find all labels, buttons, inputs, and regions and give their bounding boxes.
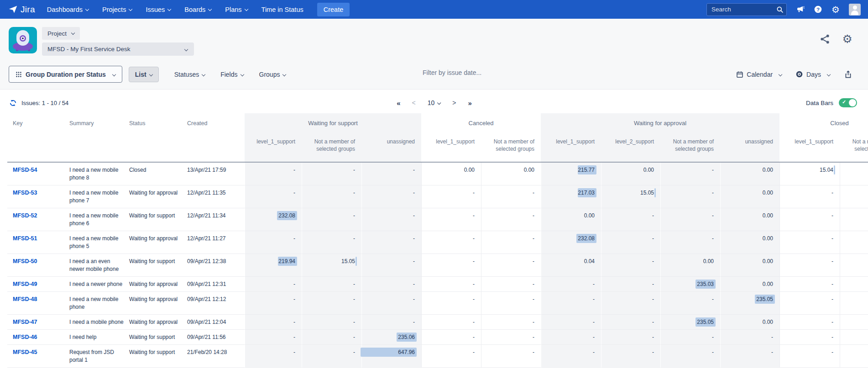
cell-duration: - bbox=[660, 292, 720, 315]
nav-item-issues[interactable]: Issues bbox=[146, 6, 171, 13]
jira-logo[interactable]: Jira bbox=[8, 5, 35, 15]
duration-value: - bbox=[293, 281, 295, 287]
nav-item-dashboards[interactable]: Dashboards bbox=[47, 6, 89, 13]
cell-duration: - bbox=[361, 292, 421, 315]
cell-duration: - bbox=[601, 345, 660, 368]
announcements-icon[interactable] bbox=[796, 5, 805, 14]
cell-duration: - bbox=[421, 315, 481, 330]
subcolumn-header-level-1-support[interactable]: level_1_support bbox=[541, 133, 601, 163]
duration-value: 0.00 bbox=[763, 235, 773, 242]
issue-key-link[interactable]: MFSD-53 bbox=[13, 190, 37, 196]
issue-date-filter-input[interactable] bbox=[423, 69, 537, 76]
duration-value: - bbox=[353, 334, 355, 340]
cell-summary: I need a mobile phone bbox=[64, 315, 124, 330]
subcolumn-header-unassigned[interactable]: unassigned bbox=[361, 133, 421, 163]
data-bar bbox=[356, 257, 357, 266]
duration-value: 0.00 bbox=[464, 167, 475, 173]
duration-value: - bbox=[293, 190, 295, 196]
groups-button[interactable]: Groups bbox=[259, 71, 286, 78]
cell-duration: - bbox=[481, 292, 541, 315]
page-prev-button[interactable]: < bbox=[412, 99, 416, 106]
cell-duration bbox=[840, 208, 868, 231]
column-header-summary[interactable]: Summary bbox=[64, 113, 124, 163]
duration-value: - bbox=[831, 212, 833, 219]
cell-duration: - bbox=[779, 315, 840, 330]
data-bar bbox=[654, 188, 656, 197]
cell-duration: - bbox=[245, 345, 302, 368]
report-settings-icon[interactable]: ⚙ bbox=[842, 33, 852, 45]
subcolumn-header-not-a-member-of-selected-groups[interactable]: Not a member of selected groups bbox=[481, 133, 541, 163]
nav-item-boards[interactable]: Boards bbox=[184, 6, 211, 13]
help-icon[interactable]: ? bbox=[814, 5, 822, 14]
subcolumn-header-level-1-support[interactable]: level_1_support bbox=[779, 133, 840, 163]
project-select[interactable]: MFSD - My First Service Desk bbox=[42, 42, 194, 56]
search-input[interactable] bbox=[706, 3, 787, 16]
duration-value: - bbox=[473, 296, 475, 302]
issue-key-link[interactable]: MFSD-52 bbox=[13, 212, 37, 219]
subcolumn-header-not-a-member-of-selected-groups[interactable]: Not a member of selected groups bbox=[840, 133, 868, 163]
cell-key: MFSD-49 bbox=[7, 277, 64, 292]
page-next-button[interactable]: > bbox=[452, 99, 456, 106]
duration-value: 219.94 bbox=[278, 258, 295, 264]
settings-icon[interactable]: ⚙ bbox=[831, 5, 840, 14]
create-button[interactable]: Create bbox=[317, 3, 350, 16]
duration-value: - bbox=[473, 235, 475, 242]
cell-duration: - bbox=[302, 163, 361, 185]
cell-duration: 0.00 bbox=[541, 208, 601, 231]
calendar-button[interactable]: Calendar bbox=[736, 71, 782, 78]
nav-item-projects[interactable]: Projects bbox=[102, 6, 132, 13]
subcolumn-header-level-1-support[interactable]: level_1_support bbox=[421, 133, 481, 163]
subcolumn-header-level-2-support[interactable]: level_2_support bbox=[601, 133, 660, 163]
subcolumn-header-level-1-support[interactable]: level_1_support bbox=[245, 133, 302, 163]
nav-item-plans[interactable]: Plans bbox=[225, 6, 247, 13]
issue-key-link[interactable]: MFSD-49 bbox=[13, 281, 37, 287]
cell-key: MFSD-52 bbox=[7, 208, 64, 231]
issue-key-link[interactable]: MFSD-54 bbox=[13, 167, 37, 173]
page-size-select[interactable]: 10 bbox=[428, 99, 441, 106]
statuses-button[interactable]: Statuses bbox=[174, 71, 205, 78]
subcolumn-header-not-a-member-of-selected-groups[interactable]: Not a member of selected groups bbox=[660, 133, 720, 163]
list-view-button[interactable]: List bbox=[129, 67, 159, 82]
chevron-down-icon bbox=[437, 101, 441, 105]
cell-status: Closed bbox=[124, 163, 182, 185]
page-last-button[interactable]: » bbox=[468, 99, 471, 107]
cell-duration: - bbox=[481, 315, 541, 330]
time-unit-button[interactable]: Days bbox=[795, 70, 830, 78]
issue-key-link[interactable]: MFSD-47 bbox=[13, 319, 37, 325]
duration-value: - bbox=[353, 190, 355, 196]
issue-key-link[interactable]: MFSD-50 bbox=[13, 258, 37, 264]
export-icon[interactable] bbox=[844, 70, 852, 79]
cell-duration: - bbox=[779, 345, 840, 368]
subcolumn-header-unassigned[interactable]: unassigned bbox=[720, 133, 779, 163]
chevron-down-icon bbox=[244, 7, 248, 11]
duration-value: 0.00 bbox=[763, 258, 773, 264]
cell-duration: - bbox=[779, 208, 840, 231]
fields-button[interactable]: Fields bbox=[220, 71, 243, 78]
subcolumn-header-not-a-member-of-selected-groups[interactable]: Not a member of selected groups bbox=[302, 133, 361, 163]
refresh-icon[interactable] bbox=[9, 99, 17, 107]
cell-duration: 235.05 bbox=[720, 292, 779, 315]
duration-value: - bbox=[533, 190, 534, 196]
issue-key-link[interactable]: MFSD-51 bbox=[13, 235, 37, 242]
user-avatar[interactable] bbox=[849, 4, 861, 16]
cell-duration bbox=[840, 185, 868, 208]
search-icon[interactable] bbox=[776, 6, 784, 13]
issue-key-link[interactable]: MFSD-45 bbox=[13, 349, 37, 355]
data-bars-toggle[interactable] bbox=[839, 98, 857, 107]
issue-key-link[interactable]: MFSD-46 bbox=[13, 334, 37, 340]
page-first-button[interactable]: « bbox=[397, 99, 400, 107]
column-header-status[interactable]: Status bbox=[124, 113, 182, 163]
duration-value: - bbox=[652, 281, 654, 287]
column-header-key[interactable]: Key bbox=[7, 113, 64, 163]
duration-value: - bbox=[533, 334, 534, 340]
issue-key-link[interactable]: MFSD-48 bbox=[13, 296, 37, 302]
project-scope-button[interactable]: Project bbox=[42, 27, 80, 40]
duration-value: - bbox=[353, 212, 355, 219]
cell-duration: - bbox=[720, 345, 779, 368]
nav-item-time-in-status[interactable]: Time in Status bbox=[261, 6, 303, 13]
report-type-button[interactable]: Group Duration per Status bbox=[9, 66, 122, 83]
column-header-created[interactable]: Created bbox=[182, 113, 245, 163]
cell-status: Waiting for support bbox=[124, 254, 182, 277]
share-icon[interactable] bbox=[819, 33, 831, 45]
cell-duration: - bbox=[421, 345, 481, 368]
